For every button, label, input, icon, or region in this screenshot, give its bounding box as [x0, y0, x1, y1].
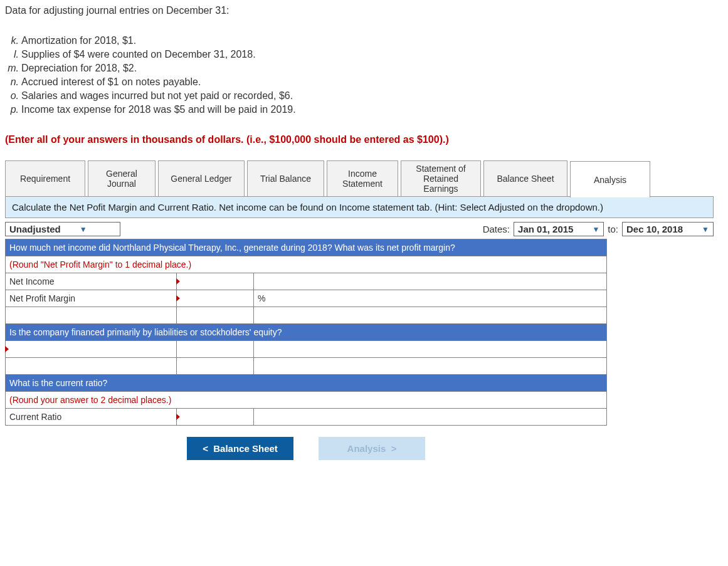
- list-text: Supplies of $4 were counted on December …: [21, 49, 256, 60]
- empty-cell: [254, 273, 607, 290]
- tab-analysis[interactable]: Analysis: [570, 161, 650, 197]
- adjusted-dropdown[interactable]: Unadjusted ▼: [5, 222, 120, 236]
- empty-cell: [177, 307, 254, 324]
- list-letter: p.: [5, 103, 19, 117]
- date-from-dropdown[interactable]: Jan 01, 2015 ▼: [514, 222, 604, 236]
- current-ratio-input[interactable]: [177, 409, 254, 426]
- dropdown-value: Unadjusted: [9, 224, 61, 234]
- tab-general-journal[interactable]: General Journal: [88, 160, 156, 197]
- empty-cell: [6, 358, 177, 375]
- tab-retained-earnings[interactable]: Statement of Retained Earnings: [401, 160, 481, 197]
- tab-income-statement[interactable]: Income Statement: [327, 160, 398, 197]
- empty-cell: [177, 358, 254, 375]
- dates-label: Dates:: [483, 224, 510, 234]
- percent-label: %: [254, 290, 607, 307]
- tab-bar: Requirement General Journal General Ledg…: [5, 160, 723, 197]
- date-to-dropdown[interactable]: Dec 10, 2018 ▼: [622, 222, 714, 236]
- list-letter: n.: [5, 75, 19, 89]
- section2-question: Is the company financed primarily by lia…: [6, 324, 607, 341]
- section1-instruction: (Round "Net Profit Margin" to 1 decimal …: [6, 256, 607, 273]
- list-text: Amortization for 2018, $1.: [21, 35, 136, 46]
- analysis-table: How much net income did Northland Physic…: [5, 239, 607, 426]
- to-label: to:: [608, 224, 618, 234]
- date-to-value: Dec 10, 2018: [626, 224, 683, 234]
- section3-question: What is the current ratio?: [6, 375, 607, 392]
- empty-cell: [254, 358, 607, 375]
- empty-cell: [254, 409, 607, 426]
- list-text: Salaries and wages incurred but not yet …: [21, 90, 293, 101]
- empty-cell: [254, 307, 607, 324]
- prev-label: Balance Sheet: [213, 443, 278, 454]
- next-label: Analysis: [347, 443, 386, 454]
- chevron-right-icon: >: [391, 443, 397, 454]
- net-profit-margin-input[interactable]: [177, 290, 254, 307]
- list-letter: o.: [5, 89, 19, 103]
- adjusting-entries-list: k.Amortization for 2018, $1. l.Supplies …: [5, 34, 723, 117]
- tab-requirement[interactable]: Requirement: [5, 160, 85, 197]
- list-text: Accrued interest of $1 on notes payable.: [21, 76, 201, 87]
- list-letter: m.: [5, 61, 19, 75]
- net-income-label: Net Income: [6, 273, 177, 290]
- date-from-value: Jan 01, 2015: [518, 224, 573, 234]
- net-profit-margin-label: Net Profit Margin: [6, 290, 177, 307]
- list-text: Depreciation for 2018, $2.: [21, 63, 137, 73]
- list-text: Income tax expense for 2018 was $5 and w…: [21, 104, 296, 115]
- tab-general-ledger[interactable]: General Ledger: [158, 160, 245, 197]
- next-button[interactable]: Analysis >: [319, 437, 425, 460]
- chevron-down-icon: ▼: [80, 225, 87, 234]
- chevron-down-icon: ▼: [592, 225, 599, 234]
- empty-cell: [177, 341, 254, 358]
- list-letter: l.: [5, 48, 19, 61]
- enter-note: (Enter all of your answers in thousands …: [5, 134, 723, 145]
- prev-button[interactable]: < Balance Sheet: [187, 437, 293, 460]
- section3-instruction: (Round your answer to 2 decimal places.): [6, 392, 607, 409]
- chevron-left-icon: <: [203, 443, 208, 454]
- tab-trial-balance[interactable]: Trial Balance: [247, 160, 324, 197]
- empty-cell: [254, 341, 607, 358]
- intro-title: Data for adjusting journal entries on De…: [5, 5, 723, 16]
- financed-by-input[interactable]: [6, 341, 177, 358]
- current-ratio-label: Current Ratio: [6, 409, 177, 426]
- tab-balance-sheet[interactable]: Balance Sheet: [483, 160, 567, 197]
- empty-cell: [6, 307, 177, 324]
- section1-question: How much net income did Northland Physic…: [6, 239, 607, 256]
- instruction-bar: Calculate the Net Pofit Margin and Curre…: [5, 196, 714, 218]
- list-letter: k.: [5, 34, 19, 48]
- net-income-input[interactable]: [177, 273, 254, 290]
- chevron-down-icon: ▼: [702, 225, 709, 234]
